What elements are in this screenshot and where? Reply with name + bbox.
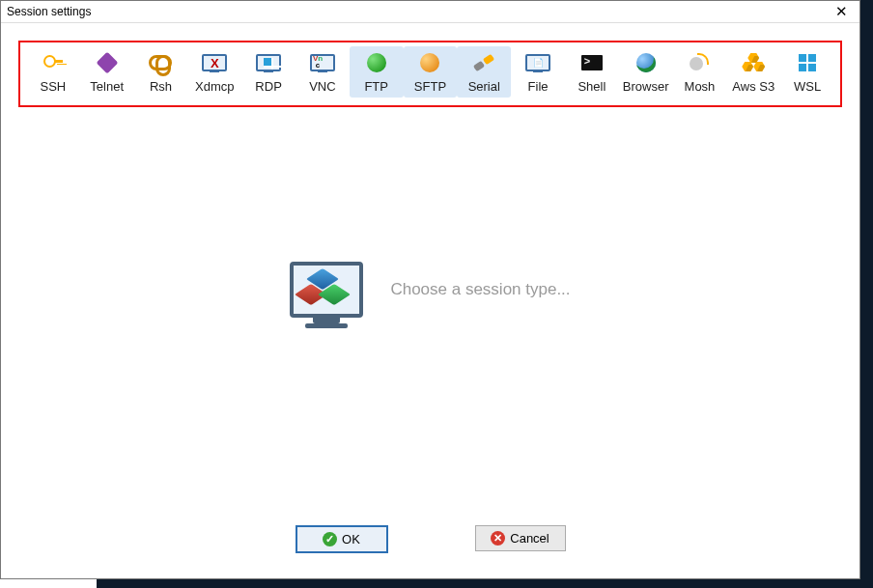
tab-ftp[interactable]: FTP	[350, 46, 404, 98]
orange-globe-icon	[404, 50, 458, 75]
check-icon: ✓	[323, 532, 337, 546]
session-monitor-icon	[290, 262, 363, 318]
titlebar: Session settings ✕	[1, 1, 859, 23]
satellite-dish-icon	[673, 50, 727, 75]
background-panel-bottom	[97, 579, 873, 588]
tab-awss3[interactable]: Aws S3	[726, 46, 780, 98]
tab-label: SFTP	[404, 79, 458, 94]
choose-session-prompt: Choose a session type...	[390, 280, 570, 299]
file-monitor-icon: 📄	[511, 50, 565, 75]
tab-label: RDP	[241, 79, 296, 94]
window-title: Session settings	[7, 5, 91, 18]
hex-cluster-icon	[726, 50, 780, 75]
tab-label: Telnet	[80, 79, 134, 94]
tab-rsh[interactable]: Rsh	[134, 46, 188, 98]
terminal-icon	[565, 50, 619, 75]
tab-label: SSH	[26, 79, 80, 94]
serial-cable-icon	[457, 50, 511, 75]
ok-button[interactable]: ✓ OK	[296, 525, 388, 553]
tab-telnet[interactable]: Telnet	[80, 46, 134, 98]
tab-shell[interactable]: Shell	[565, 46, 619, 98]
ok-button-label: OK	[342, 532, 360, 546]
tab-file[interactable]: 📄 File	[511, 46, 565, 98]
key-icon	[26, 50, 80, 75]
tab-label: Serial	[457, 79, 511, 94]
main-content: Choose a session type...	[1, 262, 859, 318]
tab-label: Browser	[619, 79, 673, 94]
tab-wsl[interactable]: WSL	[780, 46, 834, 98]
tab-serial[interactable]: Serial	[457, 46, 511, 98]
tab-label: File	[511, 79, 565, 94]
cancel-button-label: Cancel	[510, 531, 549, 546]
dialog-button-row: ✓ OK ✕ Cancel	[1, 525, 859, 553]
tab-browser[interactable]: Browser	[619, 46, 673, 98]
tab-sftp[interactable]: SFTP	[404, 46, 458, 98]
tab-label: VNC	[296, 79, 350, 94]
knot-icon	[134, 50, 188, 75]
green-globe-icon	[350, 50, 404, 75]
tab-label: Aws S3	[726, 79, 780, 94]
cross-icon: ✕	[491, 531, 505, 546]
tab-label: FTP	[350, 79, 404, 94]
tab-label: WSL	[780, 79, 834, 94]
tab-vnc[interactable]: Vnc VNC	[296, 46, 350, 98]
tab-xdmcp[interactable]: X Xdmcp	[187, 46, 241, 98]
windows-logo-icon	[780, 50, 834, 75]
session-settings-dialog: Session settings ✕ SSH Telnet Rsh X Xdmc…	[0, 0, 860, 579]
background-panel-right	[859, 0, 873, 588]
tab-rdp[interactable]: RDP	[241, 46, 296, 98]
windows-monitor-icon	[241, 50, 296, 75]
tab-ssh[interactable]: SSH	[26, 46, 80, 98]
tab-label: Xdmcp	[187, 79, 241, 94]
close-icon[interactable]: ✕	[830, 3, 854, 20]
vnc-monitor-icon: Vnc	[296, 50, 350, 75]
xserver-icon: X	[187, 50, 241, 75]
cancel-button[interactable]: ✕ Cancel	[475, 525, 566, 551]
browser-globe-icon	[619, 50, 673, 75]
tab-mosh[interactable]: Mosh	[673, 46, 727, 98]
tab-label: Shell	[565, 79, 619, 94]
tab-label: Mosh	[673, 79, 727, 94]
session-type-tabstrip: SSH Telnet Rsh X Xdmcp RDP Vnc VNC	[18, 41, 842, 107]
gem-icon	[80, 50, 134, 75]
tab-label: Rsh	[134, 79, 188, 94]
